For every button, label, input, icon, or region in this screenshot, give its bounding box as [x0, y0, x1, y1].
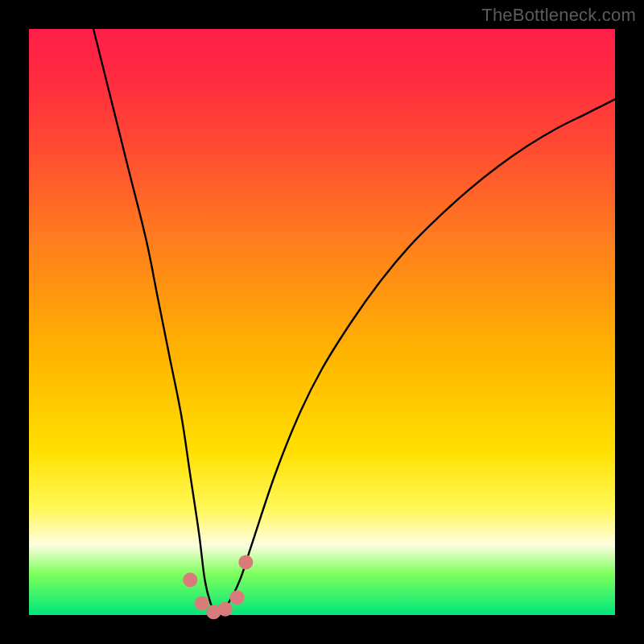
data-marker — [195, 596, 209, 610]
data-marker — [238, 555, 253, 569]
data-marker — [218, 602, 233, 617]
chart-svg — [29, 29, 615, 615]
data-marker — [229, 590, 244, 605]
watermark-text: TheBottleneck.com — [481, 5, 636, 26]
bottleneck-curve — [93, 29, 615, 615]
plot-area — [29, 29, 615, 615]
marker-layer — [183, 555, 253, 619]
data-marker — [183, 572, 197, 587]
chart-frame: TheBottleneck.com — [0, 0, 644, 644]
